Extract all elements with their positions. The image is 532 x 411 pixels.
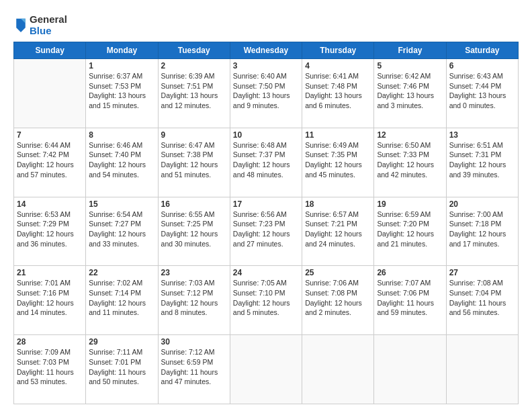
calendar-day-cell: 19Sunrise: 6:59 AM Sunset: 7:20 PM Dayli…: [374, 197, 446, 266]
day-number: 10: [233, 130, 299, 140]
day-info: Sunrise: 6:51 AM Sunset: 7:31 PM Dayligh…: [449, 140, 515, 180]
calendar-day-cell: 21Sunrise: 7:01 AM Sunset: 7:16 PM Dayli…: [14, 266, 86, 335]
calendar-day-cell: [446, 335, 518, 404]
day-number: 18: [305, 199, 371, 209]
calendar-day-cell: 23Sunrise: 7:03 AM Sunset: 7:12 PM Dayli…: [158, 266, 230, 335]
calendar-day-cell: 8Sunrise: 6:46 AM Sunset: 7:40 PM Daylig…: [86, 128, 158, 197]
day-number: 26: [377, 268, 443, 277]
day-info: Sunrise: 7:09 AM Sunset: 7:03 PM Dayligh…: [17, 347, 83, 387]
calendar-week-row: 21Sunrise: 7:01 AM Sunset: 7:16 PM Dayli…: [14, 266, 519, 335]
calendar-day-cell: [302, 335, 374, 404]
day-info: Sunrise: 7:11 AM Sunset: 7:01 PM Dayligh…: [89, 347, 154, 387]
day-info: Sunrise: 7:01 AM Sunset: 7:16 PM Dayligh…: [17, 278, 83, 318]
calendar-day-cell: 9Sunrise: 6:47 AM Sunset: 7:38 PM Daylig…: [158, 128, 230, 197]
calendar-day-cell: [374, 335, 446, 404]
calendar-table: SundayMondayTuesdayWednesdayThursdayFrid…: [13, 42, 519, 404]
calendar-day-cell: 5Sunrise: 6:42 AM Sunset: 7:46 PM Daylig…: [374, 59, 446, 128]
day-number: 5: [377, 61, 443, 71]
calendar-day-cell: 18Sunrise: 6:57 AM Sunset: 7:21 PM Dayli…: [302, 197, 374, 266]
day-info: Sunrise: 6:42 AM Sunset: 7:46 PM Dayligh…: [377, 71, 443, 111]
day-info: Sunrise: 6:40 AM Sunset: 7:50 PM Dayligh…: [233, 71, 299, 111]
calendar-day-cell: 27Sunrise: 7:08 AM Sunset: 7:04 PM Dayli…: [446, 266, 518, 335]
day-number: 9: [161, 130, 227, 140]
day-number: 23: [161, 268, 227, 277]
day-number: 22: [89, 268, 154, 277]
calendar-day-header: Sunday: [14, 42, 86, 59]
day-info: Sunrise: 7:08 AM Sunset: 7:04 PM Dayligh…: [449, 278, 515, 318]
day-number: 25: [305, 268, 371, 277]
page: General Blue SundayMondayTuesdayWednesda…: [0, 0, 532, 411]
day-info: Sunrise: 7:12 AM Sunset: 6:59 PM Dayligh…: [161, 347, 227, 387]
header: General Blue: [13, 11, 519, 36]
day-number: 2: [161, 61, 227, 71]
day-info: Sunrise: 6:50 AM Sunset: 7:33 PM Dayligh…: [377, 140, 443, 180]
day-number: 28: [17, 337, 83, 347]
day-info: Sunrise: 6:43 AM Sunset: 7:44 PM Dayligh…: [449, 71, 515, 111]
calendar-day-cell: 17Sunrise: 6:56 AM Sunset: 7:23 PM Dayli…: [230, 197, 302, 266]
calendar-day-cell: 24Sunrise: 7:05 AM Sunset: 7:10 PM Dayli…: [230, 266, 302, 335]
day-info: Sunrise: 6:49 AM Sunset: 7:35 PM Dayligh…: [305, 140, 371, 180]
day-info: Sunrise: 6:55 AM Sunset: 7:25 PM Dayligh…: [161, 210, 227, 249]
calendar-day-cell: 30Sunrise: 7:12 AM Sunset: 6:59 PM Dayli…: [158, 335, 230, 404]
day-info: Sunrise: 7:00 AM Sunset: 7:18 PM Dayligh…: [449, 210, 515, 249]
day-info: Sunrise: 6:56 AM Sunset: 7:23 PM Dayligh…: [233, 210, 299, 249]
logo-text: General Blue: [30, 13, 67, 36]
calendar-day-cell: 22Sunrise: 7:02 AM Sunset: 7:14 PM Dayli…: [86, 266, 158, 335]
day-info: Sunrise: 6:47 AM Sunset: 7:38 PM Dayligh…: [161, 140, 227, 180]
day-info: Sunrise: 6:44 AM Sunset: 7:42 PM Dayligh…: [17, 140, 83, 180]
calendar-day-cell: 14Sunrise: 6:53 AM Sunset: 7:29 PM Dayli…: [14, 197, 86, 266]
day-number: 12: [377, 130, 443, 140]
calendar-day-cell: 28Sunrise: 7:09 AM Sunset: 7:03 PM Dayli…: [14, 335, 86, 404]
calendar-day-header: Monday: [86, 42, 158, 59]
day-number: 17: [233, 199, 299, 209]
calendar-day-cell: 25Sunrise: 7:06 AM Sunset: 7:08 PM Dayli…: [302, 266, 374, 335]
calendar-day-cell: 6Sunrise: 6:43 AM Sunset: 7:44 PM Daylig…: [446, 59, 518, 128]
logo-icon: [15, 17, 27, 32]
day-info: Sunrise: 6:57 AM Sunset: 7:21 PM Dayligh…: [305, 210, 371, 249]
day-info: Sunrise: 7:05 AM Sunset: 7:10 PM Dayligh…: [233, 278, 299, 318]
calendar-day-cell: 26Sunrise: 7:07 AM Sunset: 7:06 PM Dayli…: [374, 266, 446, 335]
calendar-day-cell: 1Sunrise: 6:37 AM Sunset: 7:53 PM Daylig…: [86, 59, 158, 128]
day-info: Sunrise: 7:06 AM Sunset: 7:08 PM Dayligh…: [305, 278, 371, 318]
day-number: 21: [17, 268, 83, 277]
calendar-day-header: Thursday: [302, 42, 374, 59]
day-info: Sunrise: 6:53 AM Sunset: 7:29 PM Dayligh…: [17, 210, 83, 249]
calendar-day-header: Tuesday: [158, 42, 230, 59]
day-number: 30: [161, 337, 227, 347]
day-number: 15: [89, 199, 154, 209]
calendar-day-cell: [230, 335, 302, 404]
day-number: 6: [449, 61, 515, 71]
calendar-day-cell: 15Sunrise: 6:54 AM Sunset: 7:27 PM Dayli…: [86, 197, 158, 266]
calendar-day-cell: 11Sunrise: 6:49 AM Sunset: 7:35 PM Dayli…: [302, 128, 374, 197]
day-number: 7: [17, 130, 83, 140]
logo: General Blue: [13, 13, 67, 36]
calendar-week-row: 7Sunrise: 6:44 AM Sunset: 7:42 PM Daylig…: [14, 128, 519, 197]
day-info: Sunrise: 6:59 AM Sunset: 7:20 PM Dayligh…: [377, 210, 443, 249]
calendar-day-cell: [14, 59, 86, 128]
day-info: Sunrise: 6:37 AM Sunset: 7:53 PM Dayligh…: [89, 71, 154, 111]
calendar-day-header: Saturday: [446, 42, 518, 59]
day-number: 3: [233, 61, 299, 71]
calendar-week-row: 1Sunrise: 6:37 AM Sunset: 7:53 PM Daylig…: [14, 59, 519, 128]
day-info: Sunrise: 6:46 AM Sunset: 7:40 PM Dayligh…: [89, 140, 154, 180]
day-info: Sunrise: 6:41 AM Sunset: 7:48 PM Dayligh…: [305, 71, 371, 111]
day-number: 24: [233, 268, 299, 277]
calendar-day-cell: 7Sunrise: 6:44 AM Sunset: 7:42 PM Daylig…: [14, 128, 86, 197]
calendar-week-row: 14Sunrise: 6:53 AM Sunset: 7:29 PM Dayli…: [14, 197, 519, 266]
calendar-day-cell: 13Sunrise: 6:51 AM Sunset: 7:31 PM Dayli…: [446, 128, 518, 197]
day-number: 13: [449, 130, 515, 140]
calendar-day-cell: 10Sunrise: 6:48 AM Sunset: 7:37 PM Dayli…: [230, 128, 302, 197]
calendar-day-header: Friday: [374, 42, 446, 59]
calendar-day-cell: 2Sunrise: 6:39 AM Sunset: 7:51 PM Daylig…: [158, 59, 230, 128]
day-number: 20: [449, 199, 515, 209]
day-info: Sunrise: 6:54 AM Sunset: 7:27 PM Dayligh…: [89, 210, 154, 249]
calendar-day-cell: 4Sunrise: 6:41 AM Sunset: 7:48 PM Daylig…: [302, 59, 374, 128]
day-number: 29: [89, 337, 154, 347]
day-number: 11: [305, 130, 371, 140]
day-number: 8: [89, 130, 154, 140]
day-info: Sunrise: 7:02 AM Sunset: 7:14 PM Dayligh…: [89, 278, 154, 318]
calendar-day-cell: 20Sunrise: 7:00 AM Sunset: 7:18 PM Dayli…: [446, 197, 518, 266]
day-info: Sunrise: 6:39 AM Sunset: 7:51 PM Dayligh…: [161, 71, 227, 111]
calendar-day-cell: 29Sunrise: 7:11 AM Sunset: 7:01 PM Dayli…: [86, 335, 158, 404]
day-number: 16: [161, 199, 227, 209]
